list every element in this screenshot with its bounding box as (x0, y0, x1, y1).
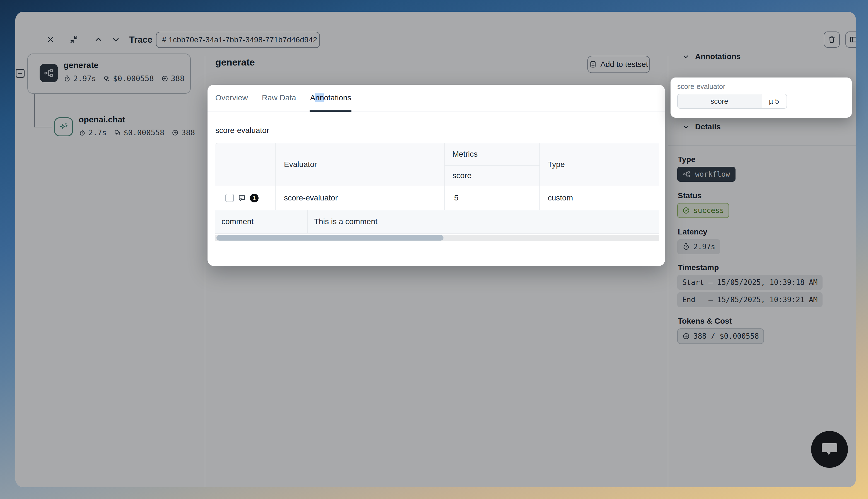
annotation-evaluator-label: score-evaluator (677, 83, 725, 90)
comment-value-cell: This is a comment (308, 210, 659, 234)
tab-overview[interactable]: Overview (215, 84, 248, 111)
cell-evaluator: score-evaluator (276, 186, 445, 210)
score-mean-value[interactable]: µ 5 (761, 94, 787, 109)
score-metric-button[interactable]: score (677, 94, 761, 109)
header-cell-metrics: Metrics (445, 143, 540, 166)
tab-annotations[interactable]: Annotations (310, 84, 351, 111)
score-control: score µ 5 (677, 94, 787, 109)
header-cell-type: Type (540, 143, 659, 186)
header-cell-evaluator: Evaluator (276, 143, 445, 186)
comment-count-badge: 1 (250, 194, 258, 203)
collapse-row-button[interactable] (225, 194, 234, 202)
evaluator-section-title: score-evaluator (215, 126, 269, 135)
tab-bar: Overview Raw Data Annotations (207, 85, 665, 111)
tab-raw-data[interactable]: Raw Data (262, 84, 296, 111)
cell-score: 5 (445, 186, 540, 210)
annotations-panel: Overview Raw Data Annotations score-eval… (207, 85, 665, 266)
text-selection: nn (315, 93, 324, 102)
cell-type: custom (540, 186, 659, 210)
annotation-score-card: score-evaluator score µ 5 (671, 77, 852, 118)
comment-icon[interactable] (238, 194, 246, 202)
active-tab-underline (310, 110, 351, 112)
header-cell-metric-score: score (445, 166, 540, 186)
comment-key-cell: comment (215, 210, 308, 234)
horizontal-scrollbar[interactable] (215, 235, 659, 241)
scrollbar-thumb[interactable] (216, 235, 444, 241)
row-controls: 1 (215, 186, 276, 210)
header-cell-empty (215, 143, 276, 186)
